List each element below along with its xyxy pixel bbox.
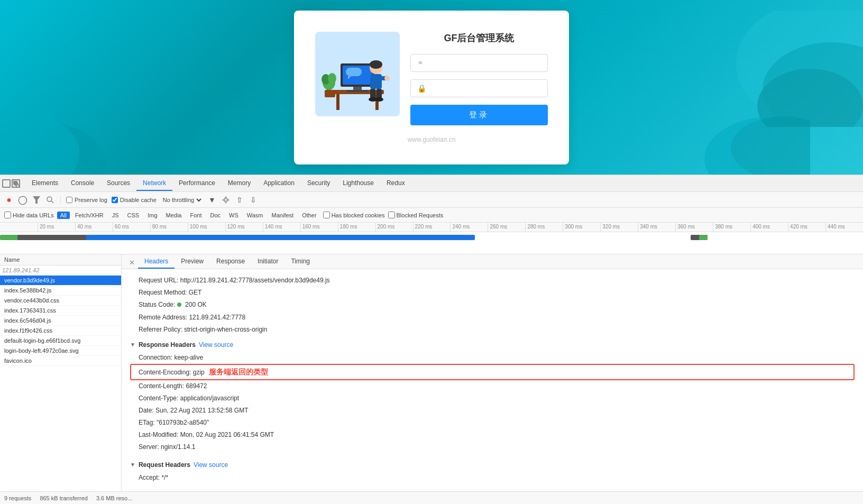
- request-url-label: Request URL:: [139, 277, 178, 284]
- details-tab-preview[interactable]: Preview: [175, 255, 210, 269]
- blocked-requests-label[interactable]: Blocked Requests: [388, 212, 444, 218]
- devtools-panel: ElementsConsoleSourcesNetworkPerformance…: [0, 175, 863, 504]
- annotation-text: 服务端返回的类型: [209, 368, 268, 376]
- svg-rect-19: [370, 74, 382, 89]
- devtools-tab-elements[interactable]: Elements: [25, 176, 65, 191]
- file-item[interactable]: index.f1f9c426.css: [0, 326, 121, 336]
- devtools-tab-sources[interactable]: Sources: [100, 176, 136, 191]
- file-list-col-name: Name: [0, 254, 24, 265]
- filter-tag-js[interactable]: JS: [109, 212, 122, 219]
- has-blocked-cookies-label[interactable]: Has blocked cookies: [323, 212, 385, 218]
- filter-tag-font[interactable]: Font: [187, 212, 205, 219]
- response-header-name-4: Date:: [139, 407, 155, 414]
- hide-data-urls-checkbox[interactable]: [4, 212, 11, 218]
- devtools-tabs-container: ElementsConsoleSourcesNetworkPerformance…: [25, 176, 411, 191]
- filter-tag-other[interactable]: Other: [299, 212, 320, 219]
- clear-btn[interactable]: ◯: [18, 195, 27, 205]
- file-list-panel: Name 121.89.241.42vendor.b3d9de49.jsinde…: [0, 254, 122, 491]
- response-header-row-3: Content-Type: application/javascript: [130, 392, 855, 405]
- transferred-size: 865 kB transferred: [40, 495, 88, 501]
- devtools-tab-lighthouse[interactable]: Lighthouse: [336, 176, 380, 191]
- file-item[interactable]: favicon.ico: [0, 356, 121, 366]
- filter-tag-all[interactable]: All: [57, 212, 70, 219]
- filter-tag-fetch/xhr[interactable]: Fetch/XHR: [72, 212, 107, 219]
- login-form-section: GF后台管理系统 ⚭ 🔒 登录: [410, 32, 548, 125]
- request-url-row: Request URL: http://121.89.241.42:7778/a…: [130, 274, 855, 287]
- timeline-tick-7: 160 ms: [300, 223, 320, 232]
- devtools-tab-redux[interactable]: Redux: [380, 176, 411, 191]
- devtools-toggle-btn[interactable]: [2, 179, 11, 188]
- password-input[interactable]: [430, 84, 541, 92]
- accept-header-row: Accept: */*: [130, 472, 855, 484]
- file-item[interactable]: index.17363431.css: [0, 306, 121, 316]
- timeline-tick-4: 100 ms: [188, 223, 207, 232]
- throttle-arrow-btn[interactable]: ▼: [207, 195, 217, 205]
- timeline-tick-12: 260 ms: [488, 223, 507, 232]
- svg-rect-30: [325, 90, 335, 97]
- details-tab-response[interactable]: Response: [210, 255, 251, 269]
- timeline-tick-0: 20 ms: [38, 223, 54, 232]
- devtools-tab-memory[interactable]: Memory: [222, 176, 257, 191]
- import-btn[interactable]: ⇧: [235, 195, 244, 205]
- disable-cache-checkbox[interactable]: [112, 197, 118, 203]
- devtools-tab-network[interactable]: Network: [136, 176, 172, 191]
- file-item[interactable]: login-body-left.4972c0ae.svg: [0, 346, 121, 356]
- response-headers-label: Response Headers: [139, 341, 196, 349]
- accept-header-name: Accept:: [139, 474, 160, 481]
- devtools-tab-console[interactable]: Console: [65, 176, 100, 191]
- request-view-source-link[interactable]: View source: [194, 461, 228, 469]
- timeline-tick-13: 280 ms: [525, 223, 545, 232]
- username-input[interactable]: [428, 59, 541, 67]
- timeline-tick-6: 140 ms: [263, 223, 282, 232]
- devtools-tab-security[interactable]: Security: [301, 176, 336, 191]
- devtools-bottom-bar: 9 requests 865 kB transferred 3.6 MB res…: [0, 491, 863, 504]
- network-conditions-btn[interactable]: [221, 195, 231, 205]
- login-button[interactable]: 登录: [410, 105, 548, 125]
- response-view-source-link[interactable]: View source: [199, 341, 233, 349]
- export-btn[interactable]: ⇩: [249, 195, 258, 205]
- details-close-btn[interactable]: ✕: [126, 256, 138, 269]
- preserve-log-checkbox[interactable]: [66, 197, 72, 203]
- devtools-tab-application[interactable]: Application: [257, 176, 301, 191]
- timeline-ruler: 20 ms40 ms60 ms80 ms100 ms120 ms140 ms16…: [0, 223, 863, 232]
- timeline-tick-19: 400 ms: [750, 223, 770, 232]
- blocked-requests-checkbox[interactable]: [388, 212, 395, 218]
- file-item[interactable]: index.5e388b42.js: [0, 286, 121, 296]
- response-headers-triangle: ▼: [130, 342, 135, 347]
- filter-btn[interactable]: [32, 195, 41, 205]
- filter-tag-doc[interactable]: Doc: [207, 212, 224, 219]
- file-item[interactable]: 121.89.241.42: [0, 265, 121, 276]
- hide-data-urls-label[interactable]: Hide data URLs: [4, 212, 54, 218]
- filter-tag-media[interactable]: Media: [163, 212, 185, 219]
- preserve-log-checkbox-label[interactable]: Preserve log: [66, 197, 107, 203]
- file-item[interactable]: vendor.b3d9de49.js: [0, 276, 121, 286]
- file-item[interactable]: default-login-bg.e66f1bcd.svg: [0, 336, 121, 346]
- details-tab-headers[interactable]: Headers: [138, 255, 175, 269]
- filter-tag-img[interactable]: Img: [144, 212, 160, 219]
- timeline-tick-2: 60 ms: [113, 223, 129, 232]
- devtools-main: Name 121.89.241.42vendor.b3d9de49.jsinde…: [0, 254, 863, 491]
- filter-tag-ws[interactable]: WS: [226, 212, 242, 219]
- headers-content: Request URL: http://121.89.241.42:7778/a…: [122, 269, 863, 489]
- file-item[interactable]: vendor.ce443b0d.css: [0, 296, 121, 306]
- details-tab-timing[interactable]: Timing: [284, 255, 316, 269]
- response-header-row-6: Last-Modified: Mon, 02 Aug 2021 06:41:54…: [130, 429, 855, 441]
- devtools-tab-performance[interactable]: Performance: [172, 176, 222, 191]
- timeline-bar-area: [0, 232, 863, 254]
- filter-tag-manifest[interactable]: Manifest: [269, 212, 297, 219]
- file-item[interactable]: index.6c546d04.js: [0, 316, 121, 326]
- filter-tag-wasm[interactable]: Wasm: [244, 212, 267, 219]
- has-blocked-cookies-checkbox[interactable]: [323, 212, 330, 218]
- response-header-value-3: application/javascript: [180, 395, 239, 402]
- search-btn[interactable]: [45, 195, 55, 205]
- element-picker-btn[interactable]: [12, 179, 20, 188]
- timeline-bar-end-2: [699, 235, 708, 240]
- throttle-select[interactable]: No throttling: [161, 196, 203, 204]
- deco-wave-left: [0, 79, 106, 175]
- response-header-row-4: Date: Sun, 22 Aug 2021 13:52:58 GMT: [130, 405, 855, 417]
- disable-cache-checkbox-label[interactable]: Disable cache: [112, 197, 157, 203]
- record-stop-btn[interactable]: ●: [4, 195, 14, 205]
- filter-tag-css[interactable]: CSS: [124, 212, 143, 219]
- timeline-tick-18: 380 ms: [713, 223, 732, 232]
- details-tab-initiator[interactable]: Initiator: [251, 255, 284, 269]
